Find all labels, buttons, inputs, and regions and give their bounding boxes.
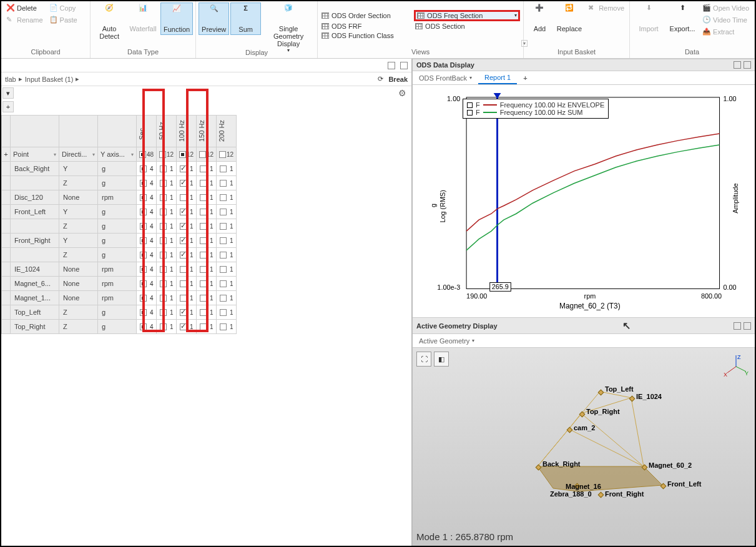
checkbox[interactable] [140, 223, 147, 230]
preview-button[interactable]: 🔍Preview [199, 2, 229, 35]
checkbox[interactable] [140, 194, 147, 201]
open-video-button[interactable]: 🎬Open Video [700, 2, 752, 14]
checkbox[interactable] [200, 280, 207, 287]
checkbox[interactable] [140, 180, 147, 187]
checkbox[interactable] [200, 266, 207, 273]
checkbox[interactable] [200, 309, 207, 316]
checkbox[interactable] [160, 280, 167, 287]
checkbox[interactable] [180, 280, 187, 287]
checkbox[interactable] [180, 266, 187, 273]
table-row[interactable]: Front_LeftYg41111 [2, 205, 237, 219]
filter-button[interactable]: ▾ [2, 87, 14, 99]
checkbox[interactable] [180, 180, 187, 187]
checkbox[interactable] [140, 266, 147, 273]
layout-icon[interactable] [734, 322, 741, 330]
table-row[interactable]: Top_RightZg41111 [2, 320, 237, 334]
checkbox[interactable] [159, 151, 166, 158]
table-row[interactable]: Zg41111 [2, 176, 237, 190]
checkbox[interactable] [179, 151, 186, 158]
checkbox[interactable] [139, 151, 146, 158]
checkbox[interactable] [180, 237, 187, 244]
checkbox[interactable] [220, 295, 227, 302]
checkbox[interactable] [140, 237, 147, 244]
col-200hz[interactable]: 200 Hz [217, 116, 227, 147]
layout-icon[interactable] [734, 61, 741, 69]
checkbox[interactable] [200, 323, 207, 330]
refresh-icon[interactable]: ⟳ [378, 75, 383, 83]
table-row[interactable]: Top_LeftZg41111 [2, 305, 237, 320]
single-geometry-button[interactable]: 🧊Single Geometry Display▾ [262, 2, 315, 54]
col-100hz[interactable]: 100 Hz [177, 116, 187, 147]
checkbox[interactable] [200, 295, 207, 302]
checkbox[interactable] [180, 209, 187, 215]
col-sec[interactable]: Sec... [137, 116, 147, 147]
layout-icon-1[interactable] [388, 62, 395, 69]
report-tab[interactable]: Report 1 [478, 72, 517, 84]
checkbox[interactable] [160, 295, 167, 302]
col-150hz[interactable]: 150 Hz [197, 116, 207, 147]
table-row[interactable]: IE_1024Nonerpm41111 [2, 262, 237, 277]
geometry-viewport[interactable]: ⛶ ◧ Top_Left IE_1024 Top_Right cam_2 Bac… [413, 348, 755, 546]
table-row[interactable]: Zg41111 [2, 219, 237, 234]
add-button[interactable]: ➕Add [526, 2, 553, 34]
table-row[interactable]: Zg41111 [2, 248, 237, 262]
checkbox[interactable] [160, 266, 167, 273]
table-row[interactable]: Disc_120Nonerpm41111 [2, 190, 237, 205]
checkbox[interactable] [200, 223, 207, 230]
checkbox[interactable] [220, 266, 227, 273]
layout-icon[interactable] [744, 322, 751, 330]
checkbox[interactable] [180, 252, 187, 259]
checkbox[interactable] [220, 209, 227, 215]
layout-icon[interactable] [744, 61, 751, 69]
function-button[interactable]: 📈Function [160, 2, 193, 35]
copy-button[interactable]: 📄Copy [47, 2, 80, 14]
checkbox[interactable] [180, 223, 187, 230]
checkbox[interactable] [200, 209, 207, 215]
add-filter-button[interactable]: + [2, 101, 14, 112]
col-50hz[interactable]: 50 Hz [157, 116, 167, 147]
add-tab[interactable]: + [517, 72, 533, 84]
gear-icon[interactable]: ⚙ [398, 88, 406, 98]
checkbox[interactable] [160, 180, 167, 187]
checkbox[interactable] [160, 237, 167, 244]
checkbox[interactable] [160, 323, 167, 330]
checkbox[interactable] [199, 151, 206, 158]
table-row[interactable]: Back_RightYg41111 [2, 162, 237, 176]
header-direction[interactable]: Directi...▾ [59, 147, 98, 162]
checkbox[interactable] [180, 323, 187, 330]
checkbox[interactable] [220, 309, 227, 316]
checkbox[interactable] [220, 237, 227, 244]
checkbox[interactable] [140, 165, 147, 172]
checkbox[interactable] [180, 295, 187, 302]
remove-button[interactable]: ✖Remove [586, 2, 627, 14]
checkbox[interactable] [140, 280, 147, 287]
table-row[interactable]: Magnet_6...Nonerpm41111 [2, 277, 237, 291]
checkbox[interactable] [180, 165, 187, 172]
checkbox[interactable] [220, 323, 227, 330]
rename-button[interactable]: ✎Rename [4, 14, 46, 26]
extract-button[interactable]: 📤Extract [700, 26, 752, 37]
checkbox[interactable] [160, 223, 167, 230]
view-ods-frf[interactable]: ODS FRF [320, 22, 408, 31]
checkbox[interactable] [180, 309, 187, 316]
checkbox[interactable] [220, 180, 227, 187]
header-yaxis[interactable]: Y axis...▾ [98, 147, 137, 162]
checkbox[interactable] [160, 194, 167, 201]
checkbox[interactable] [220, 223, 227, 230]
checkbox[interactable] [160, 252, 167, 259]
replace-button[interactable]: 🔁Replace [554, 2, 584, 34]
checkbox[interactable] [160, 165, 167, 172]
auto-detect-button[interactable]: 🧭Auto Detect [93, 2, 125, 41]
layout-icon-2[interactable] [400, 62, 408, 69]
checkbox[interactable] [140, 209, 147, 215]
table-row[interactable]: Front_RightYg41111 [2, 234, 237, 248]
sum-button[interactable]: ΣSum [230, 2, 261, 35]
waterfall-button[interactable]: 📊Waterfall [127, 2, 159, 34]
checkbox[interactable] [200, 165, 207, 172]
import-button[interactable]: ⬇Import [632, 2, 665, 34]
header-point[interactable]: Point▾ [11, 147, 59, 162]
export-button[interactable]: ⬆Export... [666, 2, 699, 34]
checkbox[interactable] [140, 309, 147, 316]
delete-button[interactable]: ❌Delete [4, 2, 46, 14]
table-row[interactable]: Magnet_1...Nonerpm41111 [2, 291, 237, 305]
